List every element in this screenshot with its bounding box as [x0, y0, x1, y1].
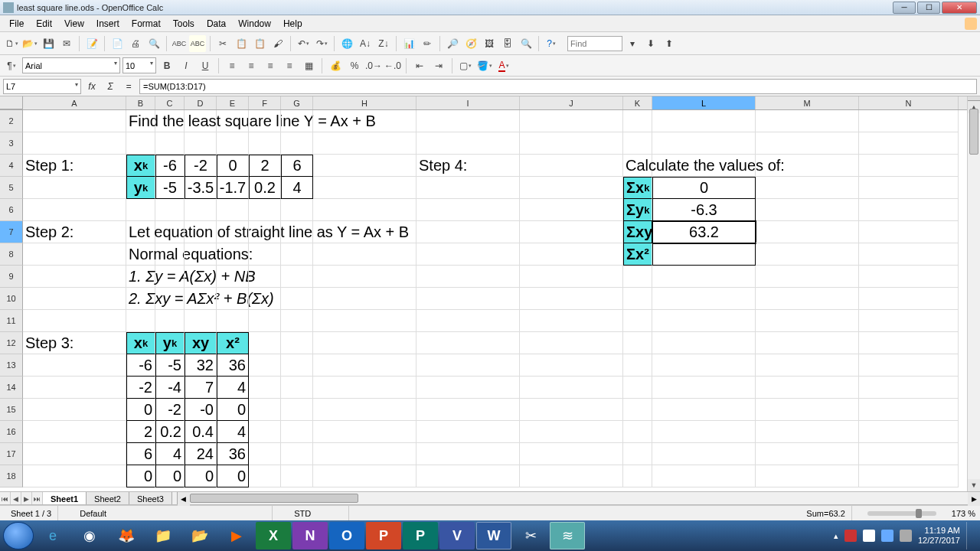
cell[interactable] — [23, 199, 126, 221]
row-header[interactable]: 15 — [0, 399, 23, 421]
taskbar-publisher-icon[interactable]: P — [403, 522, 438, 549]
find-prev-button[interactable]: ⬆ — [661, 35, 678, 52]
sheet-tab-2[interactable]: Sheet2 — [87, 492, 129, 504]
scroll-down-button[interactable]: ▼ — [968, 479, 980, 491]
cell[interactable] — [249, 443, 281, 465]
status-mode[interactable]: STD — [288, 506, 349, 520]
cell[interactable] — [756, 243, 859, 266]
find-input[interactable] — [567, 36, 622, 51]
cell[interactable]: 0 — [217, 465, 249, 487]
cell[interactable]: -4 — [155, 377, 185, 399]
cell[interactable]: Step 2: — [23, 221, 126, 243]
cell[interactable] — [756, 266, 859, 288]
cell[interactable]: 4 — [217, 421, 249, 443]
cell[interactable] — [859, 465, 959, 487]
cell[interactable] — [756, 132, 859, 155]
tray-show-hidden-icon[interactable]: ▴ — [834, 531, 838, 541]
cell[interactable] — [249, 221, 281, 243]
cell[interactable]: 1. Σy = A(Σx) + NB — [126, 266, 155, 288]
cell[interactable] — [756, 155, 859, 177]
cell[interactable] — [859, 266, 959, 288]
row-header[interactable]: 6 — [0, 199, 23, 221]
cell[interactable] — [756, 443, 859, 465]
scroll-right-button[interactable]: ▶ — [968, 492, 980, 506]
col-header-E[interactable]: E — [217, 96, 249, 109]
cell[interactable]: -1.7 — [217, 177, 249, 199]
cell[interactable] — [756, 465, 859, 487]
active-cell[interactable]: 63.2 — [652, 221, 756, 243]
col-header-L[interactable]: L — [652, 96, 756, 109]
cell[interactable] — [859, 288, 959, 310]
cell[interactable] — [249, 399, 281, 421]
col-header-C[interactable]: C — [155, 96, 185, 109]
cell[interactable]: 36 — [217, 354, 249, 377]
cell[interactable] — [126, 310, 155, 332]
menu-help[interactable]: Help — [277, 16, 309, 31]
cell[interactable] — [217, 110, 249, 132]
col-header-F[interactable]: F — [249, 96, 281, 109]
cell[interactable] — [859, 132, 959, 155]
cell[interactable] — [652, 399, 756, 421]
italic-button[interactable]: I — [178, 57, 194, 74]
cell[interactable] — [623, 110, 652, 132]
cell[interactable] — [756, 399, 859, 421]
col-header-A[interactable]: A — [23, 96, 126, 109]
column-headers[interactable]: A B C D E F G H I J K L M N — [0, 96, 967, 110]
cell[interactable] — [249, 377, 281, 399]
cell[interactable] — [313, 266, 416, 288]
cell[interactable] — [652, 421, 756, 443]
cell[interactable] — [281, 354, 313, 377]
cell[interactable]: -3.5 — [185, 177, 217, 199]
bold-button[interactable]: B — [158, 57, 175, 74]
navigator-button[interactable]: 🧭 — [462, 35, 479, 52]
bgcolor-button[interactable]: 🪣 — [476, 57, 493, 74]
cell[interactable] — [155, 110, 185, 132]
cell[interactable] — [155, 199, 185, 221]
cell[interactable] — [217, 199, 249, 221]
cell[interactable]: 0 — [126, 465, 155, 487]
cell[interactable]: -6 — [155, 155, 185, 177]
cell[interactable] — [185, 243, 217, 266]
cell[interactable]: 0 — [185, 465, 217, 487]
cell[interactable] — [313, 221, 416, 243]
cell[interactable] — [313, 177, 416, 199]
col-header-H[interactable]: H — [313, 96, 416, 109]
maximize-button[interactable]: ☐ — [917, 2, 940, 14]
cell[interactable] — [155, 132, 185, 155]
row-header[interactable]: 2 — [0, 110, 23, 132]
cell[interactable] — [416, 354, 520, 377]
cell[interactable] — [520, 443, 623, 465]
cell[interactable] — [249, 421, 281, 443]
cell[interactable] — [23, 354, 126, 377]
cell[interactable] — [313, 465, 416, 487]
cell[interactable] — [756, 199, 859, 221]
preview-button[interactable]: 🔍 — [145, 35, 162, 52]
row-headers[interactable]: 2 3 4 5 6 7 8 9 10 11 12 13 14 15 16 17 … — [0, 110, 23, 487]
cell[interactable] — [23, 310, 126, 332]
row-header[interactable]: 17 — [0, 443, 23, 465]
taskbar-chrome-icon[interactable]: ◉ — [72, 522, 107, 549]
cell[interactable]: Σxk — [623, 177, 652, 199]
cell[interactable] — [23, 288, 126, 310]
cell[interactable] — [416, 199, 520, 221]
cell[interactable]: 6 — [281, 155, 313, 177]
cell[interactable] — [249, 354, 281, 377]
cell[interactable] — [520, 243, 623, 266]
cell[interactable]: yk — [126, 177, 155, 199]
cell[interactable] — [281, 310, 313, 332]
cell[interactable] — [652, 354, 756, 377]
cell-grid[interactable]: Find the least square line Y = Ax + B St… — [23, 110, 967, 487]
tab-next-button[interactable]: ▶ — [21, 492, 32, 504]
increase-indent-button[interactable]: ⇥ — [430, 57, 447, 74]
cell[interactable]: Find the least square line Y = Ax + B — [126, 110, 155, 132]
cut-button[interactable]: ✂ — [214, 35, 231, 52]
sheet-tab-3[interactable]: Sheet3 — [129, 492, 172, 504]
scroll-left-button[interactable]: ◀ — [178, 492, 190, 506]
cell[interactable] — [756, 310, 859, 332]
cell[interactable]: 0.4 — [185, 421, 217, 443]
styles-button[interactable]: ¶ — [3, 57, 20, 74]
cell[interactable] — [249, 110, 281, 132]
cell[interactable] — [652, 310, 756, 332]
row-header[interactable]: 9 — [0, 266, 23, 288]
cell[interactable]: 0 — [652, 177, 756, 199]
